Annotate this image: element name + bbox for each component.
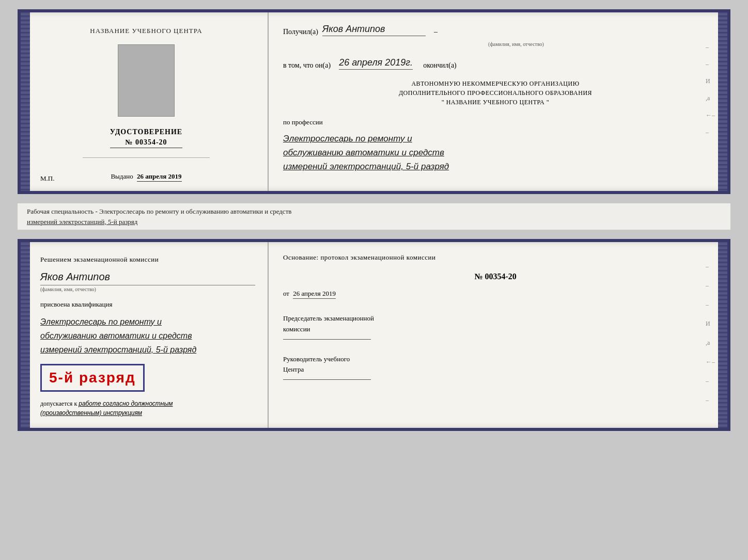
right-edge-marks: – – И ,а ←– – [706,43,715,136]
qual-name: Яков Антипов [40,271,255,283]
issued-label: Выдано [111,172,133,180]
photo-placeholder [118,44,175,117]
instruction-text: (производственным) инструкциям [40,409,142,417]
org-block: АВТОНОМНУЮ НЕКОММЕРЧЕСКУЮ ОРГАНИЗАЦИЮ ДО… [283,79,708,107]
qual-fio-label: (фамилия, имя, отчество) [40,285,255,292]
po-professii: по профессии [283,118,708,126]
qual-line2: обслуживанию автоматики и средств [40,329,255,343]
rukovoditel-block: Руководитель учебного Центра [283,354,708,380]
recipient-row: Получил(а) Яков Антипов – [283,24,708,36]
qual-line3: измерений электростанций, 5-й разряд [40,343,255,357]
rukovoditel-label2: Центра [283,364,708,375]
between-line2: измерений электростанций, 5-й разряд [27,217,721,227]
osnovanie-label: Основание: протокол экзаменационной коми… [283,253,708,262]
chairman-label2: комиссии [283,324,708,335]
profession-line3: измерений электростанций, 5-й разряд [283,159,708,173]
prisvoyena-label: присвоена квалификация [40,300,255,309]
poluchil-label: Получил(а) [283,28,318,36]
rank-box: 5-й разряд [40,364,145,392]
mp-label: М.П. [40,174,54,183]
qual-left-panel: Решением экзаменационной комиссии Яков А… [21,242,269,428]
org-quote-open: " [442,99,444,106]
profession-line1: Электрослесарь по ремонту и [283,132,708,146]
qual-profession: Электрослесарь по ремонту и обслуживанию… [40,315,255,357]
chairman-block: Председатель экзаменационной комиссии [283,313,708,340]
okonchil-label: окончил(а) [423,61,457,70]
org-line1: АВТОНОМНУЮ НЕКОММЕРЧЕСКУЮ ОРГАНИЗАЦИЮ [283,79,708,88]
fio-label-top: (фамилия, имя, отчество) [324,41,708,47]
allowed-block: допускается к работе согласно должностны… [40,399,255,418]
top-document: НАЗВАНИЕ УЧЕБНОГО ЦЕНТРА УДОСТОВЕРЕНИЕ №… [18,9,730,194]
udostoverenie-label: УДОСТОВЕРЕНИЕ [110,128,182,136]
profession-text: Электрослесарь по ремонту и обслуживанию… [283,132,708,174]
rank-text: 5-й разряд [49,370,136,386]
qual-line1: Электрослесарь по ремонту и [40,315,255,329]
cert-number: № 00354-20 [110,138,182,148]
org-quote-close: " [547,99,549,106]
between-label: Рабочая специальность - Электрослесарь п… [18,203,730,230]
top-cert-right: Получил(а) Яков Антипов – (фамилия, имя,… [269,12,727,191]
ot-label: от [283,290,289,297]
date-value: 26 апреля 2019г. [339,57,413,70]
recipient-name: Яков Антипов [322,24,426,36]
dopuskaetsya-label: допускается к [40,400,77,407]
vtom-row: в том, что он(а) 26 апреля 2019г. окончи… [283,57,708,70]
chairman-label: Председатель экзаменационной [283,313,708,324]
bottom-document: Решением экзаменационной комиссии Яков А… [18,239,730,431]
rukovoditel-label: Руководитель учебного [283,354,708,365]
training-center-title: НАЗВАНИЕ УЧЕБНОГО ЦЕНТРА [90,27,202,35]
profession-line2: обслуживанию автоматики и средств [283,146,708,159]
resheniem-label: Решением экзаменационной комиссии [40,254,255,265]
vtom-label: в том, что он(а) [283,61,331,70]
protocol-date-value: 26 апреля 2019 [293,290,336,299]
org-line2: ДОПОЛНИТЕЛЬНОГО ПРОФЕССИОНАЛЬНОГО ОБРАЗО… [283,88,708,98]
top-cert-left: НАЗВАНИЕ УЧЕБНОГО ЦЕНТРА УДОСТОВЕРЕНИЕ №… [21,12,269,191]
work-text: работе согласно должностным [79,400,173,407]
between-line1: Рабочая специальность - Электрослесарь п… [27,206,721,217]
qual-right-panel: Основание: протокол экзаменационной коми… [269,242,727,428]
org-name: НАЗВАНИЕ УЧЕБНОГО ЦЕНТРА [446,99,545,106]
issued-date: 26 апреля 2019 [137,172,182,182]
protocol-date: от 26 апреля 2019 [283,290,708,298]
right-side-marks-bottom: – – – И ,а ←– – – [706,263,715,404]
org-name-line: " НАЗВАНИЕ УЧЕБНОГО ЦЕНТРА " [283,98,708,107]
issued-line: Выдано 26 апреля 2019 [111,172,181,181]
protocol-number: № 00354-20 [283,272,708,281]
